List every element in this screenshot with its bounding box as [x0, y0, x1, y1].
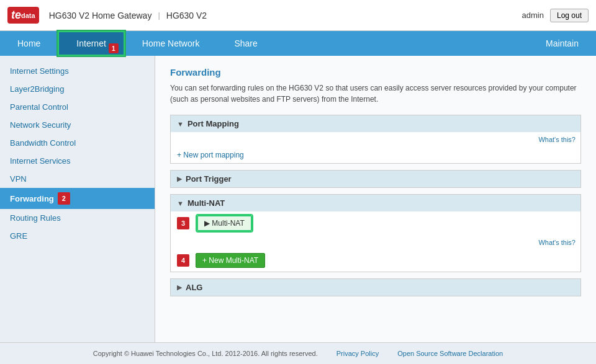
- admin-label: admin: [522, 11, 544, 20]
- logo-box: te data: [7, 7, 39, 24]
- nav-item-maintain[interactable]: Maintain: [528, 31, 596, 56]
- footer-open-source-link[interactable]: Open Source Software Declaration: [397, 350, 503, 357]
- logo-te-text: te: [11, 9, 21, 22]
- multi-nat-section: ▼ Multi-NAT 3 ▶ Multi-NAT What's this? 4…: [170, 194, 581, 272]
- main-nav: Home Internet 1 Home Network Share Maint…: [0, 31, 596, 56]
- logo: te data: [7, 7, 39, 24]
- multi-nat-whats-this-link[interactable]: What's this?: [538, 239, 576, 246]
- header-right: admin Log out: [522, 9, 589, 22]
- alg-section: ▶ ALG: [170, 278, 581, 296]
- multi-nat-badge: 3: [177, 217, 189, 229]
- port-mapping-whats-this: What's this?: [171, 132, 580, 146]
- sidebar-item-bandwidth-control[interactable]: Bandwidth Control: [0, 134, 155, 152]
- logo-data-text: data: [21, 12, 35, 19]
- sidebar: Internet Settings Layer2Bridging Parenta…: [0, 56, 155, 342]
- sidebar-item-routing-rules[interactable]: Routing Rules: [0, 209, 155, 227]
- new-multi-nat-badge: 4: [177, 254, 189, 267]
- header-divider: |: [158, 11, 160, 20]
- new-multi-nat-button[interactable]: + New Multi-NAT: [196, 253, 265, 268]
- logout-button[interactable]: Log out: [550, 9, 589, 22]
- forwarding-badge: 2: [58, 192, 70, 205]
- port-mapping-header[interactable]: ▼ Port Mapping: [171, 115, 580, 132]
- forwarding-label: Forwarding: [10, 194, 54, 203]
- nav-item-home-network[interactable]: Home Network: [125, 31, 217, 56]
- port-trigger-section: ▶ Port Trigger: [170, 170, 581, 188]
- alg-header[interactable]: ▶ ALG: [171, 279, 580, 296]
- main-layout: Internet Settings Layer2Bridging Parenta…: [0, 56, 596, 342]
- sidebar-item-parental-control[interactable]: Parental Control: [0, 98, 155, 116]
- multi-nat-row: 3 ▶ Multi-NAT: [171, 211, 580, 235]
- internet-badge: 1: [109, 43, 119, 53]
- multi-nat-whats-this: What's this?: [171, 235, 580, 249]
- sidebar-item-network-security[interactable]: Network Security: [0, 116, 155, 134]
- nav-item-home[interactable]: Home: [0, 31, 58, 56]
- port-mapping-whats-this-link[interactable]: What's this?: [538, 136, 576, 143]
- content-description: You can set forwarding rules on the HG63…: [170, 82, 581, 105]
- port-trigger-header[interactable]: ▶ Port Trigger: [171, 171, 580, 187]
- sidebar-item-internet-settings[interactable]: Internet Settings: [0, 62, 155, 80]
- alg-title: ALG: [186, 283, 202, 292]
- content-area: Forwarding You can set forwarding rules …: [155, 56, 596, 342]
- alg-arrow-icon: ▶: [177, 283, 182, 291]
- new-port-mapping-container: + New port mapping: [171, 146, 580, 163]
- sidebar-item-gre[interactable]: GRE: [0, 227, 155, 245]
- new-port-mapping-button[interactable]: + New port mapping: [177, 151, 244, 159]
- footer-privacy-link[interactable]: Privacy Policy: [336, 350, 379, 357]
- new-multi-nat-container: 4 + New Multi-NAT: [171, 249, 580, 272]
- page-title: Forwarding: [170, 67, 581, 78]
- multi-nat-header[interactable]: ▼ Multi-NAT: [171, 195, 580, 211]
- port-mapping-title: Port Mapping: [187, 119, 239, 128]
- port-mapping-arrow-icon: ▼: [177, 120, 184, 128]
- multi-nat-arrow-icon: ▼: [177, 200, 184, 207]
- multi-nat-title: Multi-NAT: [187, 198, 225, 208]
- footer: Copyright © Huawei Technologies Co., Ltd…: [0, 342, 596, 364]
- nav-item-internet[interactable]: Internet 1: [58, 31, 124, 56]
- header-subtitle: HG630 V2: [166, 11, 207, 20]
- sidebar-item-vpn[interactable]: VPN: [0, 170, 155, 188]
- sidebar-item-layer2bridging[interactable]: Layer2Bridging: [0, 80, 155, 98]
- nav-item-share[interactable]: Share: [217, 31, 274, 56]
- sidebar-item-forwarding[interactable]: Forwarding 2: [0, 188, 155, 209]
- sidebar-item-internet-services[interactable]: Internet Services: [0, 152, 155, 170]
- port-trigger-arrow-icon: ▶: [177, 175, 182, 183]
- header-title: HG630 V2 Home Gateway: [49, 11, 152, 20]
- header: te data HG630 V2 Home Gateway | HG630 V2…: [0, 0, 596, 31]
- port-mapping-section: ▼ Port Mapping What's this? + New port m…: [170, 115, 581, 164]
- multi-nat-button[interactable]: ▶ Multi-NAT: [197, 215, 252, 231]
- footer-copyright: Copyright © Huawei Technologies Co., Ltd…: [93, 350, 318, 357]
- port-trigger-title: Port Trigger: [186, 174, 232, 184]
